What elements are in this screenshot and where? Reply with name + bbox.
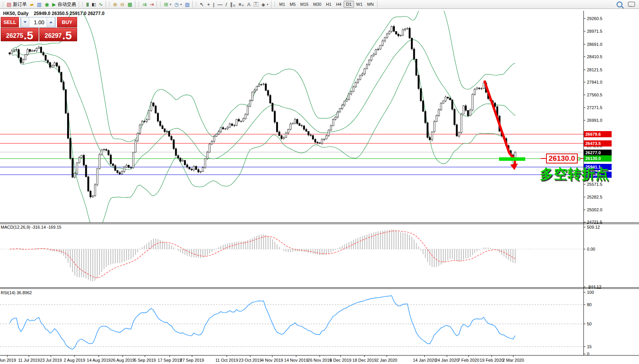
- market-watch-icon: ▥: [37, 2, 42, 7]
- sell-price-panel[interactable]: 26275 .5: [1, 28, 39, 41]
- support-highlight-bar[interactable]: [499, 157, 525, 161]
- auto-trading-button[interactable]: ▶自动交易: [51, 0, 78, 8]
- cursor-button[interactable]: ↖: [198, 0, 206, 8]
- arrows-button[interactable]: ◈▾: [260, 0, 270, 8]
- signals-button[interactable]: ◉: [43, 0, 51, 8]
- tile-windows-button[interactable]: ▦: [126, 0, 134, 8]
- volume-increase-button[interactable]: [47, 17, 55, 27]
- chat-icon[interactable]: [628, 2, 635, 7]
- arrows-button-dropdown[interactable]: ▾: [267, 3, 268, 6]
- timeframe-m1[interactable]: M1: [277, 1, 287, 8]
- periods-button-dropdown[interactable]: ▾: [180, 3, 182, 6]
- cursor-icon: ↖: [200, 2, 204, 7]
- buy-button[interactable]: BUY: [57, 17, 77, 27]
- sell-price-big-digit: .5: [24, 30, 33, 40]
- trendline-button[interactable]: /: [224, 0, 229, 8]
- indicators-button-dropdown[interactable]: ▾: [170, 3, 171, 6]
- market-watch-button[interactable]: ▥: [35, 0, 43, 8]
- zoom-out-icon: ⊖: [120, 2, 125, 7]
- zoom-in-icon: ⊕: [113, 2, 117, 7]
- periods-button[interactable]: ◷▾: [173, 0, 183, 8]
- svg-text:7 Feb 2020: 7 Feb 2020: [458, 358, 479, 362]
- triangle-down-icon: [24, 21, 27, 25]
- zoom-out-button[interactable]: ⊖: [119, 0, 126, 8]
- channel-button-subscript: E: [233, 4, 235, 7]
- channel-icon: ∥: [230, 2, 233, 7]
- svg-text:27560.5: 27560.5: [587, 93, 602, 97]
- horizontal-line-button[interactable]: —: [216, 0, 224, 8]
- timeframe-m30[interactable]: M30: [311, 1, 324, 8]
- chart-shift-icon: ⇥: [150, 2, 154, 7]
- timeframe-w1[interactable]: W1: [354, 1, 365, 8]
- signals-icon: ◉: [45, 2, 49, 7]
- timeframe-mn[interactable]: MN: [365, 1, 376, 8]
- templates-button[interactable]: ▧: [184, 0, 191, 8]
- svg-text:24 Jan 2020: 24 Jan 2020: [435, 358, 459, 362]
- label-button[interactable]: T: [252, 0, 260, 8]
- chart-window-icon: ▰: [30, 2, 34, 7]
- chart-window-button[interactable]: ▰: [29, 0, 35, 8]
- svg-text:2 Jan 2020: 2 Jan 2020: [376, 358, 397, 362]
- sell-button[interactable]: SELL: [1, 17, 19, 27]
- svg-text:11 Oct 2019: 11 Oct 2019: [215, 358, 238, 362]
- svg-text:19 Feb 2020: 19 Feb 2020: [480, 358, 504, 362]
- chart-ohlc-values: 25949.0 26350.5 25917.0 26277.0: [34, 11, 105, 16]
- svg-text:26991.0: 26991.0: [587, 118, 602, 123]
- svg-text:28121.5: 28121.5: [587, 67, 602, 72]
- auto-scroll-button[interactable]: ⇉: [141, 0, 148, 8]
- line-edit-handle[interactable]: [578, 158, 580, 160]
- svg-text:14 Jan 2020: 14 Jan 2020: [413, 358, 437, 362]
- zoom-in-button[interactable]: ⊕: [111, 0, 119, 8]
- bar-chart-button[interactable]: |||: [84, 0, 90, 8]
- svg-text:-844.12: -844.12: [587, 285, 601, 289]
- chart-shift-button[interactable]: ⇥: [148, 0, 155, 8]
- price-level-callout[interactable]: 26130.0: [546, 153, 578, 163]
- volume-decrease-button[interactable]: [21, 17, 29, 27]
- svg-text:0: 0: [587, 352, 589, 356]
- svg-text:27271.5: 27271.5: [587, 105, 602, 110]
- svg-text:6 Dec 2019: 6 Dec 2019: [330, 358, 351, 362]
- svg-text:27841.0: 27841.0: [587, 80, 602, 84]
- indicators-button[interactable]: ⊞▾: [162, 0, 173, 8]
- crosshair-button[interactable]: +: [206, 0, 212, 8]
- search-icon[interactable]: [617, 2, 622, 7]
- svg-text:26130.0: 26130.0: [585, 156, 601, 161]
- macd-indicator-label: MACD(12,26,9) -316.14 -169.15: [1, 225, 61, 229]
- svg-text:29260.5: 29260.5: [587, 16, 602, 21]
- svg-text:17 Sep 2019: 17 Sep 2019: [158, 358, 182, 362]
- svg-text:25282.5: 25282.5: [587, 195, 602, 199]
- auto-scroll-icon: ⇉: [142, 2, 147, 7]
- candlestick-chart-button[interactable]: ▮▯: [90, 0, 97, 8]
- group-handle: ┊: [195, 2, 197, 7]
- fibonacci-button[interactable]: ≡F: [237, 0, 245, 8]
- svg-text:27 Sep 2019: 27 Sep 2019: [180, 358, 204, 362]
- vertical-line-icon: |: [213, 2, 214, 7]
- timeframe-h1[interactable]: H1: [324, 1, 334, 8]
- timeframe-h4[interactable]: H4: [334, 1, 344, 8]
- sell-price-digits: 26275: [6, 33, 24, 39]
- timeframe-m15[interactable]: M15: [298, 1, 311, 8]
- buy-price-digits: 26297: [45, 33, 62, 39]
- new-order-button[interactable]: ▤新订单: [5, 0, 28, 8]
- svg-text:80: 80: [587, 302, 592, 307]
- svg-text:2 Mar 2020: 2 Mar 2020: [502, 358, 524, 362]
- channel-button[interactable]: ∥E: [229, 0, 237, 8]
- vertical-line-button[interactable]: |: [212, 0, 216, 8]
- bar-chart-icon: |||: [86, 2, 88, 7]
- timeframe-m5[interactable]: M5: [287, 1, 298, 8]
- fibonacci-icon: ≡: [238, 2, 241, 7]
- templates-icon: ▧: [185, 2, 190, 7]
- label-icon: T: [254, 2, 258, 7]
- timeframe-d1[interactable]: D1: [344, 1, 354, 8]
- line-chart-icon: ∿: [99, 2, 103, 7]
- text-button[interactable]: A: [246, 0, 252, 8]
- svg-text:0.00: 0.00: [587, 247, 595, 251]
- mt4-terminal: ┊▤新订单▰▥◉▶自动交易┊|||▮▯∿┊⊕⊖▦┊⇉⇥┊⊞▾◷▾▧┊↖+|—/∥…: [0, 0, 639, 364]
- group-handle: ┊: [137, 2, 140, 7]
- candlestick-chart-icon: ▮▯: [92, 2, 96, 7]
- buy-price-panel[interactable]: 26297 .5: [39, 28, 77, 41]
- volume-input[interactable]: 1.00: [29, 17, 47, 27]
- line-chart-button[interactable]: ∿: [97, 0, 105, 8]
- svg-text:100: 100: [587, 290, 594, 295]
- svg-text:2 Aug 2019: 2 Aug 2019: [64, 358, 85, 362]
